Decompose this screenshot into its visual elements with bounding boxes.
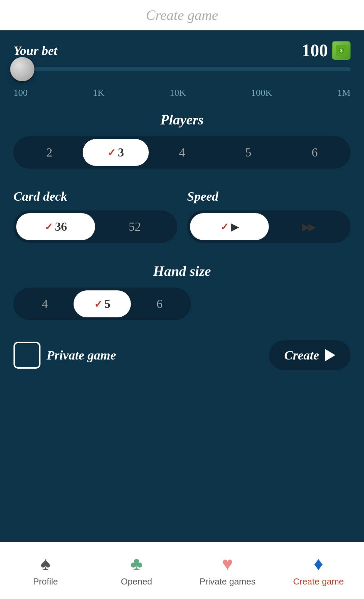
speed-option-normal[interactable]: ✓ ▶	[190, 213, 269, 240]
bottom-nav: ♠ Profile ♣ Opened ♥ Private games ♦ Cre…	[0, 542, 364, 599]
player-option-2[interactable]: 2	[16, 139, 83, 166]
players-section: Players 2 ✓ 3 4 5 6	[13, 112, 351, 169]
page-title: Create game	[146, 7, 218, 23]
player-option-3[interactable]: ✓ 3	[83, 139, 149, 166]
deck-option-52[interactable]: 52	[95, 213, 174, 240]
slider-label-10k: 10K	[170, 87, 186, 98]
create-button-label: Create	[284, 348, 319, 363]
spade-icon: ♠	[40, 554, 50, 573]
private-game-label: Private game	[47, 348, 116, 363]
player-5-label: 5	[245, 145, 251, 160]
player-option-4[interactable]: 4	[149, 139, 215, 166]
bet-slider[interactable]: 100 1K 10K 100K 1M	[13, 67, 351, 98]
hand-size-options: 4 ✓ 5 6	[13, 288, 191, 320]
slider-track	[13, 67, 351, 71]
nav-item-opened[interactable]: ♣ Opened	[91, 542, 182, 599]
speed-section: Speed ✓ ▶ ▶▶	[187, 189, 351, 243]
svg-text:$: $	[340, 48, 342, 53]
hand-option-5[interactable]: ✓ 5	[74, 290, 131, 317]
deck-option-36[interactable]: ✓ 36	[16, 213, 95, 240]
speed-title: Speed	[187, 189, 351, 204]
speed-normal-icon: ▶	[231, 221, 239, 233]
nav-label-private-games: Private games	[199, 576, 255, 587]
deck-36-label: 36	[55, 220, 67, 234]
play-icon	[325, 349, 335, 361]
club-icon: ♣	[131, 554, 143, 573]
slider-thumb[interactable]	[10, 57, 34, 81]
players-title: Players	[13, 112, 351, 128]
private-game-checkbox[interactable]	[13, 342, 40, 369]
player-6-label: 6	[312, 145, 318, 160]
nav-label-profile: Profile	[33, 576, 58, 587]
nav-item-private-games[interactable]: ♥ Private games	[182, 542, 273, 599]
nav-item-profile[interactable]: ♠ Profile	[0, 542, 91, 599]
player-3-label: 3	[118, 145, 124, 160]
diamond-icon: ♦	[314, 554, 323, 573]
hand-5-label: 5	[105, 297, 111, 311]
nav-item-create-game[interactable]: ♦ Create game	[273, 542, 364, 599]
checkmark-icon-3: ✓	[107, 147, 116, 159]
private-game-container: Private game	[13, 342, 116, 369]
players-options: 2 ✓ 3 4 5 6	[13, 136, 351, 169]
card-deck-options: ✓ 36 52	[13, 210, 177, 243]
card-deck-section: Card deck ✓ 36 52	[13, 189, 177, 243]
speed-options: ✓ ▶ ▶▶	[187, 210, 351, 243]
hand-6-label: 6	[157, 297, 163, 311]
nav-label-create-game: Create game	[293, 576, 344, 587]
speed-fast-icon: ▶▶	[302, 221, 315, 233]
bet-section: Your bet 100 $ 100 1K 10K	[13, 40, 351, 98]
slider-label-1m: 1M	[337, 87, 351, 98]
card-speed-row: Card deck ✓ 36 52 Speed ✓ ▶ ▶▶	[13, 189, 351, 243]
hand-4-label: 4	[42, 297, 48, 311]
hand-option-4[interactable]: 4	[16, 290, 74, 317]
player-option-6[interactable]: 6	[281, 139, 348, 166]
hand-size-section: Hand size 4 ✓ 5 6	[13, 263, 351, 320]
bet-value-container: 100 $	[302, 40, 351, 60]
header: Create game	[0, 0, 364, 30]
bet-header: Your bet 100 $	[13, 40, 351, 60]
player-2-label: 2	[46, 145, 52, 160]
bottom-row: Private game Create	[13, 340, 351, 370]
create-game-button[interactable]: Create	[269, 340, 351, 370]
slider-labels: 100 1K 10K 100K 1M	[13, 87, 351, 98]
player-4-label: 4	[179, 145, 185, 160]
speed-option-fast[interactable]: ▶▶	[269, 213, 348, 240]
checkmark-icon-36: ✓	[45, 221, 53, 233]
player-option-5[interactable]: 5	[215, 139, 282, 166]
main-content: Your bet 100 $ 100 1K 10K	[0, 30, 364, 542]
checkmark-icon-hand-5: ✓	[94, 298, 103, 310]
heart-icon: ♥	[222, 554, 233, 573]
slider-label-100: 100	[13, 87, 28, 98]
card-deck-title: Card deck	[13, 189, 177, 204]
money-icon: $	[332, 41, 351, 60]
slider-label-1k: 1K	[93, 87, 104, 98]
deck-52-label: 52	[129, 220, 141, 234]
checkmark-icon-normal: ✓	[220, 221, 229, 233]
slider-label-100k: 100K	[251, 87, 272, 98]
bet-label: Your bet	[13, 43, 57, 58]
nav-label-opened: Opened	[121, 576, 152, 587]
hand-option-6[interactable]: 6	[131, 290, 188, 317]
bet-value: 100	[302, 40, 328, 60]
hand-size-title: Hand size	[13, 263, 351, 279]
